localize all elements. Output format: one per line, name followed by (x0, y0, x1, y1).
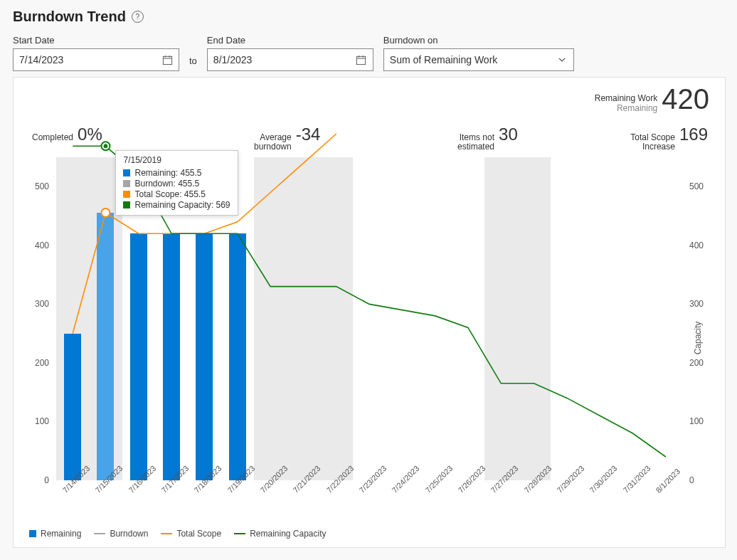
help-icon[interactable]: ? (132, 11, 144, 23)
start-date-input[interactable]: 7/14/2023 (13, 48, 179, 71)
remaining-work-value: 420 (662, 85, 709, 113)
y-axis-left: 0100200300400500 (23, 157, 53, 480)
metric-items-label: Items not estimated (457, 133, 494, 152)
tooltip-scope: Total Scope: 455.5 (134, 189, 205, 199)
start-date-field: Start Date 7/14/2023 (13, 35, 179, 71)
x-axis: 7/14/20237/15/20237/16/20237/17/20237/18… (56, 482, 682, 519)
line-icon-gray (94, 533, 105, 534)
metric-average-burndown: Average burndown -34 (254, 125, 320, 152)
end-date-field: End Date 8/1/2023 (207, 35, 373, 71)
y-tick-left: 100 (35, 416, 49, 426)
y-tick-right: 500 (689, 181, 704, 191)
end-date-value: 8/1/2023 (213, 54, 253, 65)
chart-legend: Remaining Burndown Total Scope Remaining… (29, 529, 327, 539)
y-tick-left: 400 (35, 241, 49, 250)
square-icon-gray (123, 180, 130, 187)
square-icon-blue (123, 169, 130, 176)
burndown-on-value: Sum of Remaining Work (390, 54, 497, 65)
to-label: to (189, 56, 197, 71)
tooltip-remaining: Remaining: 455.5 (134, 168, 201, 178)
burndown-on-label: Burndown on (383, 35, 574, 46)
remaining-work-label: Remaining Work (595, 93, 657, 103)
y-axis-right-label: Capacity (694, 322, 704, 355)
legend-burndown[interactable]: Burndown (94, 529, 148, 539)
calendar-icon[interactable] (161, 54, 173, 65)
start-date-label: Start Date (13, 35, 179, 46)
square-icon-green (123, 201, 130, 208)
y-tick-right: 100 (689, 416, 704, 426)
legend-remaining[interactable]: Remaining (29, 529, 81, 539)
remaining-work-block: Remaining Work Remaining 420 (595, 85, 709, 113)
start-date-value: 7/14/2023 (19, 54, 63, 65)
calendar-icon[interactable] (356, 54, 367, 65)
tooltip-capacity: Remaining Capacity: 569 (134, 200, 230, 210)
metric-completed-value: 0% (78, 125, 102, 144)
metric-items-value: 30 (499, 125, 518, 144)
end-date-input[interactable]: 8/1/2023 (207, 48, 373, 71)
tooltip-burndown: Burndown: 455.5 (134, 179, 199, 189)
legend-remaining-capacity[interactable]: Remaining Capacity (234, 529, 326, 539)
square-icon-orange (123, 191, 130, 198)
line-icon-green (234, 533, 245, 534)
metric-scope-value: 169 (679, 125, 708, 144)
y-tick-right: 200 (689, 358, 704, 368)
y-tick-left: 300 (35, 299, 49, 309)
point-scope (101, 208, 110, 217)
y-tick-left: 0 (44, 475, 49, 485)
metric-avg-label: Average burndown (254, 133, 292, 152)
y-tick-right: 0 (689, 475, 694, 485)
y-tick-left: 500 (35, 181, 49, 191)
page-title: Burndown Trend (13, 9, 126, 25)
chart-plot[interactable]: 7/15/2019 Remaining: 455.5 Burndown: 455… (56, 157, 682, 480)
svg-rect-4 (357, 56, 366, 64)
metric-items-not-estimated: Items not estimated 30 (457, 125, 518, 152)
tooltip-date: 7/15/2019 (123, 155, 230, 165)
svg-rect-0 (163, 56, 171, 64)
metric-completed-label: Completed (32, 133, 73, 142)
metric-completed: Completed 0% (32, 125, 102, 144)
chart-tooltip: 7/15/2019 Remaining: 455.5 Burndown: 455… (115, 150, 238, 216)
chart-card: Remaining Work Remaining 420 Completed 0… (13, 77, 726, 548)
burndown-on-select[interactable]: Sum of Remaining Work (383, 48, 574, 71)
metric-total-scope-increase: Total Scope Increase 169 (630, 125, 708, 152)
burndown-on-field: Burndown on Sum of Remaining Work (383, 35, 574, 71)
end-date-label: End Date (207, 35, 373, 46)
y-axis-right: 0100200300400500 (685, 157, 715, 480)
line-icon-orange (161, 533, 172, 534)
point-capacity-fill (103, 144, 108, 149)
remaining-sublabel: Remaining (595, 103, 657, 113)
y-tick-left: 200 (35, 358, 49, 368)
metric-scope-label: Total Scope Increase (630, 133, 675, 152)
square-icon-blue (29, 530, 36, 537)
chevron-down-icon (556, 54, 568, 65)
legend-total-scope[interactable]: Total Scope (161, 529, 221, 539)
metric-avg-value: -34 (296, 125, 321, 144)
y-tick-right: 300 (689, 299, 704, 309)
y-tick-right: 400 (689, 241, 704, 250)
